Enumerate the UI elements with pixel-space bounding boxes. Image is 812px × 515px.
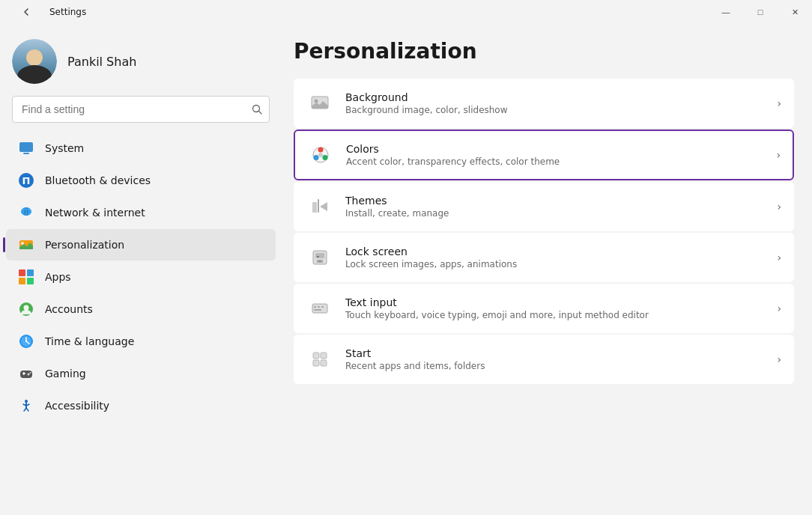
- settings-item-themes[interactable]: Themes Install, create, manage ›: [294, 182, 794, 231]
- settings-item-desc-background: Background image, color, slideshow: [345, 105, 765, 115]
- settings-item-textinput[interactable]: Text input Touch keyboard, voice typing,…: [294, 284, 794, 333]
- sidebar-item-personalization[interactable]: Personalization: [6, 229, 276, 260]
- svg-rect-20: [23, 372, 25, 375]
- titlebar-left: Settings: [9, 0, 86, 24]
- svg-rect-2: [19, 142, 33, 152]
- svg-point-35: [314, 155, 319, 160]
- bluetooth-icon: 𝝥: [18, 172, 34, 189]
- themes-icon: [306, 193, 333, 220]
- settings-item-background[interactable]: Background Background image, color, slid…: [294, 79, 794, 128]
- svg-rect-51: [313, 360, 319, 366]
- sidebar-item-network[interactable]: Network & internet: [6, 197, 276, 228]
- back-button[interactable]: [9, 0, 43, 24]
- settings-item-title-themes: Themes: [345, 195, 765, 207]
- settings-item-title-textinput: Text input: [345, 296, 765, 308]
- svg-rect-43: [317, 256, 319, 258]
- titlebar-title: Settings: [49, 7, 86, 17]
- sidebar-item-accessibility[interactable]: Accessibility: [6, 390, 276, 421]
- svg-point-22: [30, 372, 31, 374]
- svg-rect-48: [314, 309, 321, 311]
- svg-rect-18: [20, 371, 32, 378]
- svg-line-1: [259, 112, 262, 115]
- textinput-icon: [306, 295, 333, 322]
- sidebar-item-label-accounts: Accounts: [45, 303, 93, 315]
- sidebar-item-gaming[interactable]: Gaming: [6, 358, 276, 389]
- svg-point-31: [315, 100, 318, 103]
- settings-item-text-themes: Themes Install, create, manage: [345, 195, 765, 219]
- avatar: [12, 39, 57, 84]
- svg-line-28: [26, 408, 28, 411]
- chevron-right-icon-colors: ›: [776, 149, 781, 161]
- sidebar-item-label-time: Time & language: [45, 335, 134, 347]
- start-icon: [306, 346, 333, 373]
- titlebar-controls: — □ ✕: [709, 0, 812, 24]
- apps-icon: [18, 269, 34, 285]
- search-input[interactable]: [12, 96, 270, 123]
- settings-item-desc-colors: Accent color, transparency effects, colo…: [346, 156, 764, 167]
- settings-item-title-colors: Colors: [346, 143, 764, 155]
- search-icon: [252, 104, 262, 115]
- sidebar-item-accounts[interactable]: Accounts: [6, 293, 276, 325]
- settings-item-title-background: Background: [345, 91, 765, 103]
- sidebar-item-label-apps: Apps: [45, 271, 71, 283]
- network-icon: [18, 204, 34, 221]
- chevron-right-icon-background: ›: [777, 97, 781, 109]
- svg-point-10: [21, 242, 24, 245]
- sidebar-item-time[interactable]: Time & language: [6, 326, 276, 357]
- settings-item-colors[interactable]: Colors Accent color, transparency effect…: [294, 129, 794, 180]
- settings-item-text-background: Background Background image, color, slid…: [345, 91, 765, 115]
- svg-point-12: [24, 305, 29, 311]
- settings-item-title-lockscreen: Lock screen: [345, 246, 765, 258]
- time-icon: [18, 333, 34, 350]
- nav-list: System 𝝥 Bluetooth & devices: [0, 129, 282, 509]
- colors-icon: [307, 141, 334, 168]
- user-section[interactable]: Pankil Shah: [0, 24, 282, 96]
- sidebar-item-label-gaming: Gaming: [45, 368, 86, 380]
- settings-item-desc-start: Recent apps and items, folders: [345, 361, 765, 371]
- search-box: [12, 96, 270, 123]
- settings-item-desc-themes: Install, create, manage: [345, 208, 765, 219]
- sidebar-item-label-system: System: [45, 142, 84, 154]
- user-name: Pankil Shah: [67, 55, 136, 69]
- svg-point-17: [25, 341, 27, 342]
- chevron-right-icon-lockscreen: ›: [777, 252, 781, 263]
- svg-rect-40: [315, 253, 324, 258]
- sidebar-item-label-accessibility: Accessibility: [45, 400, 109, 412]
- svg-rect-46: [318, 306, 320, 308]
- chevron-right-icon-themes: ›: [777, 201, 781, 213]
- main-content: Personalization Background Background im…: [282, 24, 812, 515]
- svg-rect-44: [312, 304, 327, 313]
- sidebar-item-label-network: Network & internet: [45, 207, 145, 219]
- svg-rect-49: [313, 353, 319, 359]
- personalization-icon: [18, 237, 34, 253]
- svg-rect-38: [318, 199, 319, 213]
- sidebar-item-bluetooth[interactable]: 𝝥 Bluetooth & devices: [6, 165, 276, 196]
- sidebar-item-apps[interactable]: Apps: [6, 261, 276, 293]
- maximize-button[interactable]: □: [743, 0, 778, 24]
- svg-point-23: [25, 400, 28, 403]
- svg-point-42: [319, 260, 321, 262]
- close-button[interactable]: ✕: [778, 0, 812, 24]
- accessibility-icon: [18, 397, 34, 414]
- settings-list: Background Background image, color, slid…: [294, 79, 794, 384]
- svg-rect-52: [321, 360, 327, 366]
- minimize-button[interactable]: —: [709, 0, 743, 24]
- lockscreen-icon: [306, 244, 333, 271]
- svg-point-36: [318, 153, 323, 157]
- svg-point-33: [318, 147, 324, 153]
- settings-item-text-start: Start Recent apps and items, folders: [345, 347, 765, 371]
- chevron-right-icon-start: ›: [777, 353, 781, 365]
- app-body: Pankil Shah System: [0, 24, 812, 515]
- svg-rect-50: [321, 353, 327, 359]
- settings-item-start[interactable]: Start Recent apps and items, folders ›: [294, 335, 794, 384]
- sidebar-item-label-personalization: Personalization: [45, 239, 124, 251]
- svg-rect-45: [314, 306, 316, 308]
- settings-item-lockscreen[interactable]: Lock screen Lock screen images, apps, an…: [294, 233, 794, 282]
- sidebar-item-label-bluetooth: Bluetooth & devices: [45, 174, 151, 186]
- svg-point-34: [323, 155, 328, 160]
- accounts-icon: [18, 301, 34, 317]
- chevron-right-icon-textinput: ›: [777, 302, 781, 314]
- sidebar-item-system[interactable]: System: [6, 132, 276, 164]
- settings-item-text-textinput: Text input Touch keyboard, voice typing,…: [345, 296, 765, 320]
- svg-point-21: [28, 374, 30, 376]
